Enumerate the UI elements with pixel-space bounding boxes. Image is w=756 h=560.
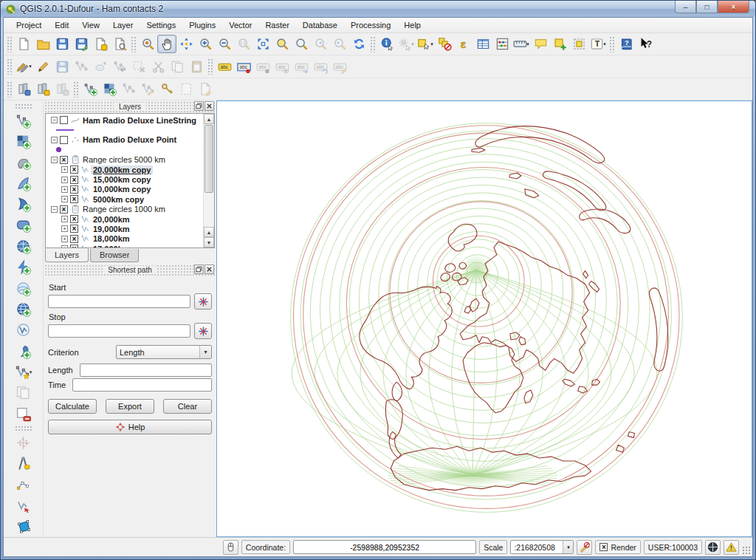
tree-expander[interactable]: − (51, 157, 58, 163)
tab-layers[interactable]: Layers (45, 248, 89, 262)
layer-visibility-checkbox[interactable]: × (70, 165, 78, 174)
new-vector-layer-button[interactable] (80, 80, 100, 98)
rotate-label-button[interactable] (311, 58, 330, 76)
shortest-path-titlebar[interactable]: Shortest path (45, 264, 215, 276)
current-edits-dropdown-arrow[interactable]: ▾ (29, 64, 32, 69)
menu-plugins[interactable]: Plugins (182, 18, 222, 32)
current-edits-button[interactable]: ▾ (14, 58, 33, 76)
add-postgis-layer-button[interactable] (13, 153, 33, 172)
messages-log-button[interactable] (724, 540, 739, 555)
add-delimited-text-layer-button[interactable] (13, 341, 33, 361)
scroll-thumb[interactable] (205, 125, 213, 193)
new-bookmark-button[interactable] (550, 35, 569, 53)
toolbar-grip[interactable] (7, 81, 13, 98)
show-hide-labels-button[interactable] (272, 58, 292, 76)
node-tool-button[interactable] (110, 58, 129, 76)
layer-label[interactable]: Range circles 5000 km (80, 155, 168, 164)
polygon-overlay-tool-button[interactable] (13, 517, 33, 536)
close-button[interactable]: × (718, 1, 749, 13)
toolbar-grip[interactable] (207, 58, 213, 75)
change-label-button[interactable] (330, 58, 349, 76)
capture-start-button[interactable] (194, 293, 212, 310)
zoom-full-button[interactable] (253, 35, 272, 53)
cut-features-button[interactable] (148, 58, 168, 76)
pan-map-button[interactable] (157, 35, 176, 53)
layer-visibility-checkbox[interactable]: × (70, 195, 78, 203)
tree-expander[interactable]: − (51, 117, 58, 123)
move-label-button[interactable] (292, 58, 311, 76)
add-wcs-layer-button[interactable] (13, 257, 33, 276)
highlight-pinned-labels-button[interactable] (253, 58, 272, 76)
layer-tree-row[interactable]: +×10,000km copy (46, 185, 202, 194)
zoom-to-layer-button[interactable] (292, 35, 311, 53)
remove-layer-button[interactable] (13, 404, 33, 423)
tree-expander[interactable]: + (61, 196, 68, 202)
tree-expander[interactable]: + (61, 216, 68, 222)
toolbar-grip[interactable] (609, 36, 615, 52)
measure-line-dropdown-arrow[interactable]: ▾ (526, 41, 529, 47)
deselect-features-button[interactable] (435, 35, 454, 53)
save-layer-edits-button[interactable] (52, 58, 72, 76)
zoom-next-button[interactable] (330, 35, 349, 53)
run-feature-action-dropdown-arrow[interactable]: ▾ (411, 41, 414, 47)
delete-selected-button[interactable] (129, 58, 148, 76)
criterion-select[interactable]: Length ▾ (116, 345, 212, 359)
menu-database[interactable]: Database (296, 18, 344, 32)
crosshair-tool-button[interactable] (13, 433, 33, 452)
zoom-in-button[interactable] (196, 35, 215, 53)
select-features-dropdown-arrow[interactable]: ▾ (430, 41, 433, 47)
calculate-button[interactable]: Calculate (48, 399, 97, 414)
add-gps-layer-button[interactable] (13, 321, 33, 340)
layer-tree-row[interactable]: +×20,000km copy (46, 165, 202, 174)
map-tips-button[interactable] (531, 35, 550, 53)
layer-label[interactable]: 19,000km (91, 225, 132, 233)
menu-view[interactable]: View (75, 18, 106, 32)
toolbar-grip[interactable] (15, 426, 32, 431)
menu-vector[interactable]: Vector (222, 18, 258, 32)
layer-tree-row[interactable]: +×20,000km (46, 214, 202, 224)
layer-visibility-checkbox[interactable]: × (70, 215, 78, 223)
layer-tree-row[interactable]: +×5000km copy (46, 194, 202, 204)
maximize-button[interactable]: □ (696, 1, 718, 13)
start-input[interactable] (48, 295, 190, 308)
toolbar-grip[interactable] (73, 81, 79, 98)
clear-button[interactable]: Clear (163, 399, 212, 414)
add-wfs-layer-button[interactable] (13, 279, 33, 298)
scroll-up2-icon[interactable]: ▲ (204, 227, 214, 237)
identify-features-button[interactable] (377, 35, 396, 53)
layers-close-button[interactable] (205, 101, 214, 111)
text-annotation-dropdown-arrow[interactable]: ▾ (603, 41, 606, 47)
tab-browser[interactable]: Browser (90, 249, 139, 262)
new-project-button[interactable] (14, 35, 33, 53)
zoom-to-selection-button[interactable] (272, 35, 292, 53)
add-vector-layer-button[interactable] (13, 111, 33, 130)
layer-visibility-checkbox[interactable]: × (70, 235, 78, 243)
add-mssql-layer-button[interactable] (13, 194, 33, 214)
paste-layer-style-button[interactable] (33, 80, 52, 98)
help-contents-button[interactable] (616, 35, 636, 53)
layer-tree-row[interactable]: −Ham Radio Deluxe LineString (46, 115, 202, 125)
tree-expander[interactable]: − (51, 137, 58, 143)
save-project-button[interactable] (52, 35, 72, 53)
whats-this-button[interactable] (636, 35, 655, 53)
new-shapefile-layer-dropdown-arrow[interactable]: ▾ (30, 369, 32, 375)
layer-tree-row[interactable]: +×15,000km copy (46, 174, 202, 184)
minimize-button[interactable]: – (675, 1, 696, 13)
scroll-up-icon[interactable]: ▲ (204, 114, 214, 124)
chevron-down-icon[interactable]: ▾ (563, 541, 573, 553)
capture-stop-button[interactable] (194, 323, 212, 339)
menu-processing[interactable]: Processing (344, 18, 397, 32)
tree-expander[interactable]: + (61, 236, 68, 242)
edit-template-button[interactable] (196, 80, 215, 98)
zoom-native-button[interactable] (234, 35, 253, 53)
stop-render-button[interactable] (577, 540, 592, 555)
layer-label[interactable]: 20,000km copy (91, 165, 153, 174)
show-bookmarks-button[interactable] (569, 35, 588, 53)
new-shapefile-layer-button[interactable]: ▾ (13, 362, 33, 381)
pan-to-selection-button[interactable] (176, 35, 196, 53)
layer-styles-button[interactable] (52, 80, 72, 98)
menu-help[interactable]: Help (397, 18, 427, 32)
layer-tree-row[interactable]: +×19,000km (46, 224, 202, 233)
stop-input[interactable] (48, 324, 190, 338)
add-raster-layer-button[interactable] (13, 132, 33, 151)
